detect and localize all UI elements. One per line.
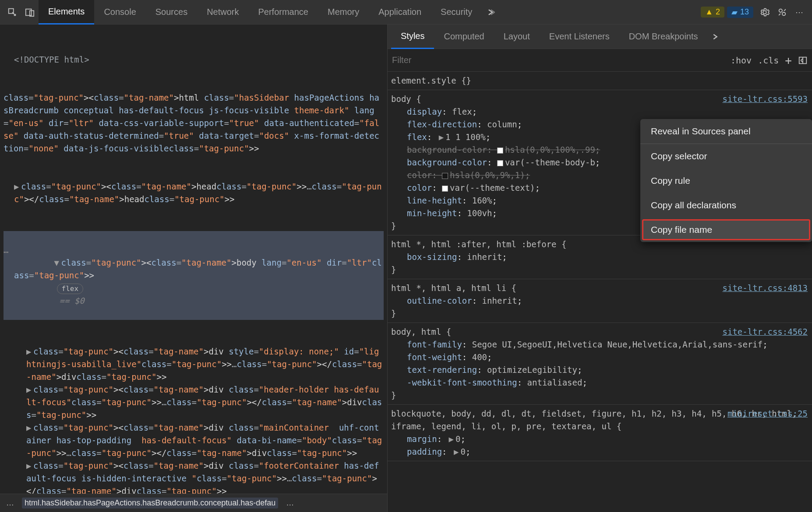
warning-icon: ▲ <box>705 7 713 17</box>
css-declaration[interactable]: -webkit-font-smoothing: antialiased; <box>391 376 808 389</box>
body-gutter: … <box>4 244 8 256</box>
context-menu-item[interactable]: Copy rule <box>640 168 812 193</box>
styles-filter-input[interactable] <box>392 55 724 65</box>
css-declaration[interactable]: display: flex; <box>391 105 808 118</box>
body-node-selected[interactable]: … ▼class="tag-punc"><class="tag-name">bo… <box>4 231 384 320</box>
rule-selector[interactable]: html *, html a, html li { <box>391 283 516 293</box>
svg-point-4 <box>782 12 785 15</box>
styles-tab-bar: StylesComputedLayoutEvent ListenersDOM B… <box>388 25 812 49</box>
sub-tab-layout[interactable]: Layout <box>494 25 540 49</box>
elements-panel: <!DOCTYPE html> class="tag-punc"><class=… <box>0 25 388 512</box>
dom-tree[interactable]: <!DOCTYPE html> class="tag-punc"><class=… <box>0 25 387 494</box>
expand-icon[interactable]: ▶ <box>439 132 444 142</box>
context-menu-item[interactable]: Copy file name <box>642 219 810 240</box>
main-tab-memory[interactable]: Memory <box>318 0 369 25</box>
warnings-badge[interactable]: ▲ 2 <box>701 7 724 18</box>
html-open[interactable]: class="tag-punc"><class="tag-name">html … <box>4 91 384 155</box>
css-rule[interactable]: minireset.css:25blockquote, body, dd, dl… <box>388 405 812 461</box>
rule-selector[interactable]: body, html { <box>391 327 451 337</box>
main-tab-bar: ElementsConsoleSourcesNetworkPerformance… <box>0 0 812 25</box>
main-tab-sources[interactable]: Sources <box>146 0 197 25</box>
css-declaration[interactable]: font-family: Segoe UI,SegoeUI,Helvetica … <box>391 338 808 351</box>
more-tabs-icon[interactable] <box>482 4 499 21</box>
main-tab-network[interactable]: Network <box>197 0 248 25</box>
rule-source-link[interactable]: site-ltr.css:4562 <box>723 326 808 338</box>
breadcrumb[interactable]: … html.hasSidebar.hasPageActions.hasBrea… <box>0 494 387 512</box>
svg-point-3 <box>779 9 782 12</box>
inspect-icon[interactable] <box>4 4 21 21</box>
rule-selector[interactable]: body { <box>391 94 421 104</box>
device-toggle-icon[interactable] <box>21 4 39 21</box>
rule-source-link[interactable]: site-ltr.css:5593 <box>723 93 808 105</box>
color-swatch[interactable] <box>497 160 503 166</box>
css-declaration[interactable]: font-weight: 400; <box>391 351 808 364</box>
doctype-line[interactable]: <!DOCTYPE html> <box>4 53 384 66</box>
dom-child-node[interactable]: ▶class="tag-punc"><class="tag-name">div … <box>4 459 384 494</box>
css-rule[interactable]: element.style {} <box>388 72 812 90</box>
messages-count: 13 <box>740 7 749 17</box>
svg-rect-1 <box>26 9 32 15</box>
feedback-icon[interactable] <box>773 4 791 21</box>
rule-selector[interactable]: element.style { <box>391 76 466 85</box>
breadcrumb-right-ellipsis: … <box>286 498 294 508</box>
main-tab-performance[interactable]: Performance <box>249 0 318 25</box>
color-swatch[interactable] <box>442 173 448 179</box>
context-menu-item[interactable]: Reveal in Sources panel <box>640 119 812 144</box>
color-swatch[interactable] <box>497 147 503 154</box>
breadcrumb-left-ellipsis: … <box>6 498 14 508</box>
styles-panel: StylesComputedLayoutEvent ListenersDOM B… <box>388 25 812 512</box>
main-tab-console[interactable]: Console <box>94 0 145 25</box>
main-tab-elements[interactable]: Elements <box>39 0 94 25</box>
context-menu-item[interactable]: Copy selector <box>640 144 812 168</box>
cls-toggle[interactable]: .cls <box>758 55 779 66</box>
sub-tab-event-listeners[interactable]: Event Listeners <box>540 25 619 49</box>
head-node[interactable]: ▶class="tag-punc"><class="tag-name">head… <box>4 180 384 206</box>
flex-pill[interactable]: flex <box>57 284 84 294</box>
css-declaration[interactable]: outline-color: inherit; <box>391 295 808 307</box>
kebab-menu-icon[interactable]: ⋯ <box>791 4 808 21</box>
expand-icon[interactable]: ▶ <box>449 434 454 444</box>
messages-badge[interactable]: ▰ 13 <box>727 7 753 18</box>
css-declaration[interactable]: margin: ▶0; <box>391 433 808 445</box>
selected-var: == $0 <box>60 296 85 305</box>
css-declaration[interactable]: text-rendering: optimizeLegibility; <box>391 364 808 376</box>
styles-toolbar: :hov .cls + <box>388 49 812 72</box>
css-declaration[interactable]: padding: ▶0; <box>391 445 808 458</box>
more-subtabs-icon[interactable] <box>711 33 719 41</box>
hov-toggle[interactable]: :hov <box>731 55 752 66</box>
expand-icon[interactable]: ▶ <box>454 447 459 456</box>
rule-source-link[interactable]: minireset.css:25 <box>727 407 808 420</box>
css-rule[interactable]: html *, html :after, html :before {box-s… <box>388 235 812 279</box>
css-declaration[interactable]: box-sizing: inherit; <box>391 251 808 263</box>
rule-selector[interactable]: html *, html :after, html :before { <box>391 239 566 249</box>
sub-tab-styles[interactable]: Styles <box>391 25 434 49</box>
main-tab-application[interactable]: Application <box>369 0 431 25</box>
message-icon: ▰ <box>731 7 738 17</box>
main-tab-security[interactable]: Security <box>431 0 482 25</box>
dom-child-node[interactable]: ▶class="tag-punc"><class="tag-name">div … <box>4 345 384 383</box>
warnings-count: 2 <box>716 7 720 17</box>
css-rule[interactable]: site-ltr.css:4813html *, html a, html li… <box>388 279 812 323</box>
sub-tab-dom-breakpoints[interactable]: DOM Breakpoints <box>619 25 708 49</box>
dom-child-node[interactable]: ▶class="tag-punc"><class="tag-name">div … <box>4 421 384 459</box>
settings-icon[interactable] <box>756 4 773 21</box>
new-rule-button[interactable]: + <box>785 54 792 67</box>
context-menu-item[interactable]: Copy all declarations <box>640 193 812 217</box>
color-swatch[interactable] <box>442 186 448 192</box>
sub-tab-computed[interactable]: Computed <box>434 25 494 49</box>
context-menu: Reveal in Sources panelCopy selectorCopy… <box>640 119 812 242</box>
dom-child-node[interactable]: ▶class="tag-punc"><class="tag-name">div … <box>4 383 384 421</box>
css-rule[interactable]: site-ltr.css:4562body, html {font-family… <box>388 323 812 405</box>
computed-sidebar-toggle-icon[interactable] <box>798 56 808 65</box>
rule-source-link[interactable]: site-ltr.css:4813 <box>723 282 808 295</box>
breadcrumb-path[interactable]: html.hasSidebar.hasPageActions.hasBreadc… <box>22 498 278 508</box>
